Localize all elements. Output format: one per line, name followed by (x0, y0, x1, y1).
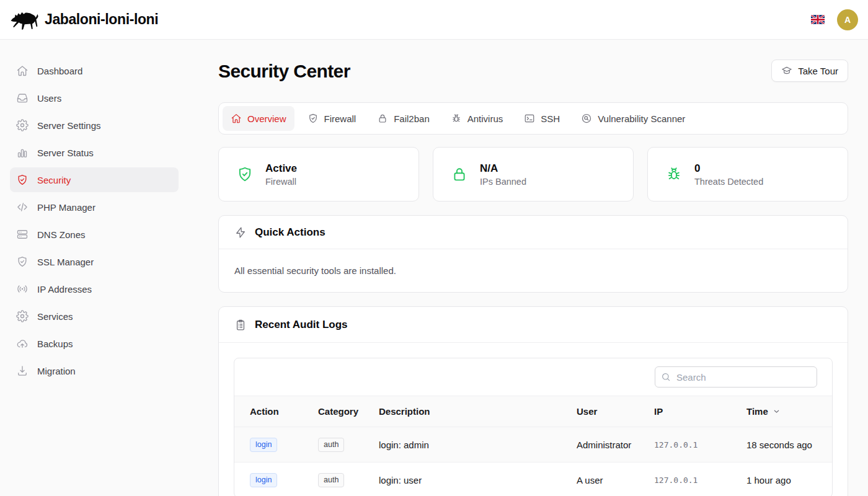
status-card-ips-banned: N/A IPs Banned (433, 147, 634, 202)
sidebar-item-label: Server Settings (37, 120, 101, 131)
status-value: N/A (480, 162, 526, 175)
audit-search-input[interactable] (655, 366, 817, 388)
sidebar-item-label: Backups (37, 339, 73, 349)
sidebar-item-label: SSL Manager (37, 257, 94, 267)
bolt-icon (234, 226, 247, 239)
status-card-threats-detected: 0 Threats Detected (647, 147, 848, 202)
cell-description: login: user (379, 475, 577, 485)
code-icon (16, 201, 29, 213)
cell-description: login: admin (379, 440, 577, 450)
lock-icon (451, 166, 468, 183)
sidebar-item-label: Users (37, 93, 61, 104)
column-header-category[interactable]: Category (318, 406, 379, 417)
column-header-user[interactable]: User (577, 406, 654, 417)
tab-antivirus[interactable]: Antivirus (443, 106, 512, 131)
quick-actions-title: Quick Actions (255, 226, 326, 239)
category-badge: auth (318, 473, 344, 487)
status-label: Threats Detected (694, 177, 763, 187)
sidebar-item-label: PHP Manager (37, 202, 95, 213)
terminal-icon (524, 113, 535, 124)
tab-vulnerability-scanner[interactable]: Vulnerability Scanner (573, 106, 693, 131)
bug-icon (665, 166, 683, 183)
tab-label: Firewall (324, 113, 356, 124)
tab-ssh[interactable]: SSH (516, 106, 568, 131)
cell-time: 18 seconds ago (746, 440, 832, 450)
sidebar-item-label: Migration (37, 366, 76, 376)
page-title: Security Center (218, 60, 350, 82)
action-badge: login (250, 438, 277, 452)
column-header-description[interactable]: Description (379, 406, 577, 417)
shield-check-icon (16, 174, 29, 186)
sidebar-item-ssl-manager[interactable]: SSL Manager (10, 249, 179, 274)
audit-logs-title: Recent Audit Logs (255, 319, 348, 331)
uk-flag-icon[interactable] (811, 15, 825, 24)
sidebar-item-services[interactable]: Services (10, 304, 179, 329)
lock-icon (377, 113, 388, 124)
academic-cap-icon (781, 65, 792, 76)
cloud-upload-icon (16, 337, 29, 350)
sidebar-item-dashboard[interactable]: Dashboard (10, 58, 179, 83)
tab-label: SSH (541, 113, 560, 124)
tab-label: Overview (247, 113, 286, 124)
clipboard-icon (234, 319, 247, 331)
sidebar-item-migration[interactable]: Migration (10, 358, 179, 383)
sidebar-item-label: Dashboard (37, 66, 82, 76)
bug-icon (451, 113, 462, 124)
cell-user: A user (577, 475, 654, 485)
status-value: Active (265, 162, 297, 175)
shield-check-icon (16, 255, 29, 268)
sidebar-item-label: DNS Zones (37, 229, 86, 240)
table-header-row: Action Category Description User IP Time (234, 396, 832, 427)
home-icon (231, 113, 242, 124)
sidebar-item-server-settings[interactable]: Server Settings (10, 113, 179, 138)
status-cards: Active Firewall N/A IPs Banned 0 Threats… (218, 147, 848, 202)
cell-time: 1 hour ago (746, 475, 832, 485)
column-header-time[interactable]: Time (746, 406, 832, 417)
cell-ip: 127.0.0.1 (654, 476, 746, 485)
top-bar: Jabaloni-loni-loni A (0, 0, 868, 40)
sidebar-item-label: Security (37, 175, 71, 185)
sidebar-item-ip-addresses[interactable]: IP Addresses (10, 277, 179, 301)
tab-label: Antivirus (467, 113, 503, 124)
cell-ip: 127.0.0.1 (654, 440, 746, 450)
avatar-letter: A (844, 15, 851, 25)
sidebar-item-label: IP Addresses (37, 284, 92, 294)
table-row-login: login auth login: user A user 127.0.0.1 … (234, 462, 832, 496)
column-header-ip[interactable]: IP (654, 406, 746, 417)
sidebar-item-backups[interactable]: Backups (10, 331, 179, 356)
table-body: login auth login: admin Administrator 12… (234, 427, 832, 496)
take-tour-button[interactable]: Take Tour (771, 60, 848, 82)
table-row-login: login auth login: admin Administrator 12… (234, 427, 832, 462)
tab-label: Fail2ban (394, 113, 430, 124)
chart-bars-icon (16, 146, 29, 159)
tab-firewall[interactable]: Firewall (299, 106, 365, 131)
cog-icon (16, 310, 29, 322)
sidebar-item-php-manager[interactable]: PHP Manager (10, 195, 179, 219)
audit-table: Action Category Description User IP Time (234, 358, 833, 496)
tab-fail2ban[interactable]: Fail2ban (369, 106, 438, 131)
quick-actions-panel: Quick Actions All essential security too… (218, 215, 848, 293)
action-badge: login (250, 473, 277, 487)
sidebar-item-users[interactable]: Users (10, 86, 179, 110)
sidebar-item-server-status[interactable]: Server Status (10, 140, 179, 165)
chevron-down-icon (772, 407, 781, 416)
sidebar-item-label: Services (37, 311, 73, 322)
shield-check-icon (308, 113, 319, 124)
shield-check-icon (236, 166, 254, 183)
audit-logs-panel: Recent Audit Logs Action Category Descri… (218, 306, 848, 496)
sidebar-item-label: Server Status (37, 148, 94, 158)
cell-user: Administrator (577, 440, 654, 450)
sidebar-item-security[interactable]: Security (10, 167, 179, 192)
radio-waves-icon (16, 283, 29, 295)
tab-overview[interactable]: Overview (223, 106, 294, 131)
status-value: 0 (694, 162, 763, 175)
status-card-firewall: Active Firewall (218, 147, 419, 202)
status-label: IPs Banned (480, 177, 526, 187)
sidebar-item-dns-zones[interactable]: DNS Zones (10, 222, 179, 247)
main-content: Security Center Take Tour Overview Firew… (188, 40, 868, 496)
cog-icon (16, 119, 29, 131)
brand-title: Jabaloni-loni-loni (45, 11, 158, 28)
tab-label: Vulnerability Scanner (598, 113, 685, 124)
column-header-action[interactable]: Action (250, 406, 318, 417)
user-avatar[interactable]: A (837, 9, 858, 30)
